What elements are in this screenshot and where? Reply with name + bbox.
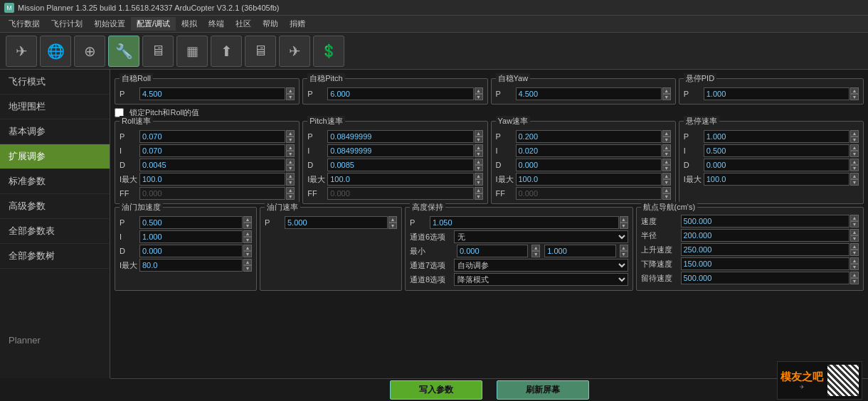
hover-speed-d-down[interactable]: ▼	[850, 165, 859, 171]
throttle-accel-p-down[interactable]: ▼	[243, 223, 252, 229]
hover-speed-p-input[interactable]	[704, 130, 850, 143]
wp-descent-up[interactable]: ▲	[850, 257, 859, 264]
roll-rate-ff-down[interactable]: ▼	[286, 193, 295, 200]
stabilize-roll-p-up[interactable]: ▲	[286, 87, 295, 94]
menu-terminal[interactable]: 终端	[203, 17, 230, 31]
stabilize-yaw-p-input[interactable]	[516, 87, 662, 100]
stabilize-yaw-p-down[interactable]: ▼	[662, 94, 671, 100]
toolbar-flightdata-btn[interactable]: ✈	[6, 36, 37, 67]
yaw-rate-p-up[interactable]: ▲	[662, 130, 671, 137]
stabilize-roll-p-input[interactable]	[139, 87, 285, 100]
menu-donate[interactable]: 捐赠	[284, 17, 311, 31]
throttle-accel-i-down[interactable]: ▼	[243, 237, 252, 243]
throttle-accel-d-input[interactable]	[139, 245, 243, 257]
sidebar-item-exttuning[interactable]: 扩展调参	[0, 144, 110, 169]
pitch-rate-i-down[interactable]: ▼	[475, 151, 483, 157]
toolbar-config-btn[interactable]: 🔧	[108, 36, 139, 67]
roll-rate-i-down[interactable]: ▼	[286, 151, 295, 157]
sidebar-item-advparams[interactable]: 高级参数	[0, 194, 110, 219]
throttle-rate-p-down[interactable]: ▼	[388, 223, 397, 229]
wp-speed-down[interactable]: ▼	[850, 221, 859, 228]
throttle-accel-imax-down[interactable]: ▼	[243, 265, 252, 272]
stabilize-roll-p-down[interactable]: ▼	[286, 94, 295, 100]
toolbar-monitor-btn[interactable]: 🖥	[142, 36, 174, 67]
pitch-rate-imax-down[interactable]: ▼	[475, 179, 483, 186]
toolbar-monitor2-btn[interactable]: 🖥	[245, 36, 276, 67]
ch6-select[interactable]: 无 自动调参	[454, 230, 628, 243]
stabilize-pitch-p-down[interactable]: ▼	[475, 94, 483, 100]
sidebar-item-flightmode[interactable]: 飞行模式	[0, 70, 110, 95]
hover-pid-p-up[interactable]: ▲	[850, 87, 859, 94]
pitch-rate-p-input[interactable]	[327, 130, 473, 143]
throttle-rate-p-up[interactable]: ▲	[388, 216, 397, 223]
hover-speed-imax-down[interactable]: ▼	[850, 179, 859, 186]
yaw-rate-d-input[interactable]	[516, 159, 662, 171]
roll-rate-d-up[interactable]: ▲	[286, 159, 295, 165]
wp-descent-down[interactable]: ▼	[850, 264, 859, 270]
sidebar-item-allparamlist[interactable]: 全部参数表	[0, 219, 110, 244]
roll-rate-imax-down[interactable]: ▼	[286, 179, 295, 186]
pitch-rate-p-up[interactable]: ▲	[475, 130, 483, 137]
toolbar-globe-btn[interactable]: 🌐	[40, 36, 71, 67]
min-up[interactable]: ▲	[531, 245, 540, 251]
yaw-rate-imax-input[interactable]	[516, 173, 662, 186]
pitch-rate-p-down[interactable]: ▼	[475, 137, 483, 143]
stabilize-pitch-p-up[interactable]: ▲	[475, 87, 483, 94]
throttle-accel-p-input[interactable]	[139, 216, 243, 229]
roll-rate-p-down[interactable]: ▼	[286, 137, 295, 143]
pitch-rate-imax-up[interactable]: ▲	[475, 173, 483, 179]
stabilize-pitch-p-input[interactable]	[327, 87, 473, 100]
wp-speed-up[interactable]: ▲	[850, 215, 859, 221]
pitch-rate-i-input[interactable]	[327, 144, 473, 157]
ch8-select[interactable]: 无 自动调参 降落模式	[454, 273, 628, 286]
max-down[interactable]: ▼	[620, 251, 628, 257]
roll-rate-ff-up[interactable]: ▲	[286, 187, 295, 193]
hover-pid-p-down[interactable]: ▼	[850, 94, 859, 100]
hover-speed-i-down[interactable]: ▼	[850, 151, 859, 157]
wp-loiter-up[interactable]: ▲	[850, 272, 859, 278]
sidebar-item-geofence[interactable]: 地理围栏	[0, 95, 110, 119]
stabilize-yaw-p-up[interactable]: ▲	[662, 87, 671, 94]
write-params-button[interactable]: 写入参数	[390, 380, 482, 400]
wp-radius-input[interactable]	[681, 229, 850, 242]
throttle-accel-d-up[interactable]: ▲	[243, 245, 252, 251]
toolbar-add-btn[interactable]: ⊕	[74, 36, 105, 67]
altitude-hold-p-input[interactable]	[430, 216, 619, 229]
menu-initialsetup[interactable]: 初始设置	[88, 17, 131, 31]
throttle-accel-i-up[interactable]: ▲	[243, 230, 252, 237]
toolbar-terminal-btn[interactable]: ▦	[176, 36, 208, 67]
wp-loiter-down[interactable]: ▼	[850, 278, 859, 284]
hover-speed-d-up[interactable]: ▲	[850, 159, 859, 165]
altitude-hold-p-down[interactable]: ▼	[620, 223, 628, 229]
roll-rate-p-up[interactable]: ▲	[286, 130, 295, 137]
toolbar-plane2-btn[interactable]: ✈	[279, 36, 310, 67]
hover-speed-p-up[interactable]: ▲	[850, 130, 859, 137]
min-input[interactable]	[457, 245, 528, 257]
hover-speed-i-up[interactable]: ▲	[850, 144, 859, 151]
wp-radius-down[interactable]: ▼	[850, 235, 859, 242]
roll-rate-imax-input[interactable]	[139, 173, 285, 186]
yaw-rate-ff-input[interactable]	[516, 187, 662, 200]
yaw-rate-p-down[interactable]: ▼	[662, 137, 671, 143]
wp-loiter-input[interactable]	[681, 272, 850, 284]
roll-rate-ff-input[interactable]	[139, 187, 285, 200]
menu-help[interactable]: 帮助	[257, 17, 284, 31]
hover-speed-imax-up[interactable]: ▲	[850, 173, 859, 179]
yaw-rate-imax-up[interactable]: ▲	[662, 173, 671, 179]
wp-radius-up[interactable]: ▲	[850, 229, 859, 235]
sidebar-item-stdparams[interactable]: 标准参数	[0, 169, 110, 194]
hover-speed-imax-input[interactable]	[704, 173, 850, 186]
yaw-rate-ff-down[interactable]: ▼	[662, 193, 671, 200]
hover-speed-d-input[interactable]	[704, 159, 850, 171]
hover-speed-p-down[interactable]: ▼	[850, 137, 859, 143]
throttle-accel-imax-input[interactable]	[139, 259, 243, 272]
max-input[interactable]	[544, 245, 615, 257]
wp-climb-down[interactable]: ▼	[850, 250, 859, 256]
roll-rate-p-input[interactable]	[139, 130, 285, 143]
pitch-rate-ff-input[interactable]	[327, 187, 473, 200]
yaw-rate-p-input[interactable]	[516, 130, 662, 143]
yaw-rate-i-input[interactable]	[516, 144, 662, 157]
hover-pid-p-input[interactable]	[704, 87, 850, 100]
pitch-rate-d-down[interactable]: ▼	[475, 165, 483, 171]
max-up[interactable]: ▲	[620, 245, 628, 251]
